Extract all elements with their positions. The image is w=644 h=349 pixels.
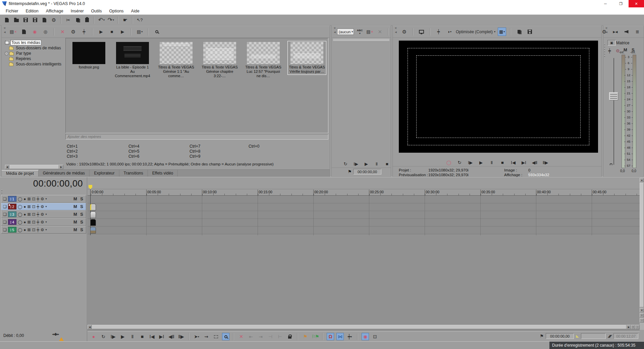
marker-lane[interactable] <box>88 177 640 189</box>
frame-back-button[interactable]: ◀Ⅱ <box>168 333 175 340</box>
track-motion-icon[interactable]: ◯ <box>18 205 22 209</box>
views-dropdown[interactable]: ▾ <box>141 30 143 33</box>
compositing-mode-icon[interactable]: ⊠ <box>27 228 31 232</box>
trimmer-pause-button[interactable]: Ⅱ <box>373 160 380 167</box>
extract-audio-cd-button[interactable]: ◎ <box>41 28 50 36</box>
clear-trimmer-button[interactable]: ✕ <box>376 28 384 36</box>
track-row-2[interactable] <box>88 203 640 211</box>
event-track-2-selected[interactable] <box>90 204 96 210</box>
media-item[interactable]: Titres & Texte VEGAS Génèse 1:1 "Au comm… <box>157 41 195 79</box>
track-mute-button[interactable]: M <box>73 219 78 225</box>
preview-go-start-button[interactable]: Ⅰ◀ <box>509 159 517 166</box>
track-mute-button[interactable]: M <box>73 204 78 209</box>
timeline-horizontal-scrollbar[interactable]: ◀ ▶ + − <box>88 325 640 329</box>
track-gear-dropdown[interactable]: ▾ <box>46 197 47 200</box>
start-preview-button[interactable]: ▶ <box>97 28 105 36</box>
collapse-panel-icon[interactable]: ◀ <box>334 31 335 33</box>
pause-button[interactable]: Ⅱ <box>129 333 136 340</box>
scroll-left-icon[interactable]: ◀ <box>88 325 92 329</box>
group-icon[interactable]: ❏ <box>3 197 7 201</box>
timeline-cursor-head[interactable] <box>89 185 92 189</box>
remove-markers-button[interactable]: ▤✕ <box>366 28 374 36</box>
ripple-dropdown[interactable]: ▾ <box>351 335 352 338</box>
auto-ripple-button[interactable]: ⋈ <box>336 333 344 340</box>
trim-start-button[interactable]: ⇤ <box>247 333 255 340</box>
track-number-badge[interactable]: 3 <box>8 211 16 217</box>
trimmer-play-button[interactable]: ▶ <box>363 160 370 167</box>
menu-fichier[interactable]: Fichier <box>2 9 22 13</box>
tree-item-reperes[interactable]: Repères <box>4 56 64 61</box>
trimmer-marker-bar[interactable] <box>333 39 389 42</box>
selection-tool-button[interactable] <box>212 333 220 340</box>
normal-edit-tool-button[interactable]: ➤▾ <box>193 333 200 340</box>
collapse-panel-icon[interactable]: ◀ <box>605 31 607 33</box>
tree-item-par-type[interactable]: + Par type <box>4 51 64 56</box>
clear-unused-media-button[interactable]: ▤✕ <box>9 28 17 36</box>
close-panel-icon[interactable]: ✕ <box>3 27 6 30</box>
zoom-out-time-icon[interactable]: − <box>635 325 640 329</box>
track-solo-button[interactable]: S <box>79 196 84 201</box>
expander-icon[interactable]: + <box>5 52 8 55</box>
master-fx-button[interactable]: ┿ <box>605 47 614 55</box>
interaction-tool-button[interactable]: ☛ <box>121 16 129 24</box>
preview-quality-combobox[interactable]: Optimisée (Complet) ▾ <box>456 28 495 36</box>
timeline-time-display[interactable]: 00:00:00,00 <box>33 179 83 189</box>
stop-preview-button[interactable]: ■ <box>108 28 116 36</box>
track-row-1[interactable] <box>88 196 640 203</box>
track-mute-button[interactable]: M <box>73 212 78 217</box>
preview-play-button[interactable]: ▶ <box>477 159 485 166</box>
preview-properties-button[interactable]: ⚙ <box>400 28 409 36</box>
menu-options[interactable]: Options <box>106 9 127 13</box>
track-composite-icon[interactable]: ⊡ <box>32 212 36 216</box>
trimmer-loop-button[interactable]: ↻ <box>342 160 349 167</box>
envelope-tool-button[interactable]: ⇝ <box>203 333 210 340</box>
open-project-button[interactable] <box>12 16 20 24</box>
zoom-tool-button[interactable] <box>222 333 229 340</box>
copy-button[interactable] <box>73 16 82 24</box>
track-fx-icon[interactable]: ┿ <box>37 205 39 209</box>
scroll-right-icon[interactable]: ▶ <box>627 325 631 329</box>
track-fx-icon[interactable]: ┿ <box>37 212 39 216</box>
group-icon[interactable]: ❏ <box>3 212 7 216</box>
menu-affichage[interactable]: Affichage <box>42 9 67 13</box>
track-motion-icon[interactable]: ◯ <box>18 228 22 232</box>
track-motion-icon[interactable]: ◯ <box>18 197 22 201</box>
trimmer-time-display[interactable]: 00:00:00,00 <box>353 169 381 174</box>
copy-snapshot-button[interactable] <box>515 28 523 36</box>
compositing-mode-icon[interactable]: ⊠ <box>27 197 31 201</box>
collapse-panel-icon[interactable]: ◀ <box>395 31 396 33</box>
track-gear-icon[interactable]: ⚙ <box>41 205 44 209</box>
stop-button[interactable]: ■ <box>139 333 146 340</box>
mixing-console-button[interactable]: ≣ <box>633 28 642 36</box>
close-panel-icon[interactable]: ✕ <box>394 27 397 30</box>
track-fx-bypass-icon[interactable]: ● <box>23 220 26 224</box>
zoom-out-track-icon[interactable]: − <box>640 318 644 322</box>
scroll-down-icon[interactable]: ▼ <box>640 308 644 312</box>
project-properties-button[interactable]: ⚙ <box>50 16 58 24</box>
rate-fader[interactable]: ◂◂▮▸▸ <box>52 332 59 336</box>
track-fx-icon[interactable]: ┿ <box>37 220 39 224</box>
media-item[interactable]: Titres & Texte VEGAS Génèse chapitre 3:2… <box>201 41 239 79</box>
video-fx-button[interactable]: ┿ <box>434 28 443 36</box>
collapse-panel-icon[interactable]: ◀ <box>4 31 5 33</box>
paste-button[interactable] <box>83 16 91 24</box>
track-mute-button[interactable]: M <box>73 227 78 232</box>
group-icon[interactable]: ❏ <box>3 205 7 209</box>
close-panel-icon[interactable]: ✕ <box>333 27 336 30</box>
save-project-button[interactable] <box>21 16 30 24</box>
close-panel-icon[interactable]: ✕ <box>605 27 608 30</box>
split-screen-dropdown[interactable]: ▾ <box>450 30 451 33</box>
compositing-mode-icon[interactable]: ⊠ <box>27 212 31 216</box>
tree-item-tous-les-medias[interactable]: Tous les médias <box>4 40 64 45</box>
grid-dropdown[interactable]: ▾ <box>503 30 505 33</box>
undo-button[interactable]: ↶▾ <box>97 16 106 24</box>
insert-region-button[interactable]: ⚐⚑ <box>311 333 319 340</box>
new-project-button[interactable] <box>3 16 11 24</box>
track-gear-icon[interactable]: ⚙ <box>41 220 44 224</box>
compositing-mode-icon[interactable]: ⊠ <box>27 205 31 209</box>
minimize-button[interactable]: ─ <box>598 0 613 7</box>
master-fader-track[interactable] <box>613 58 614 165</box>
maximize-button[interactable]: ❐ <box>613 0 629 7</box>
track-motion-icon[interactable]: ◯ <box>18 212 22 216</box>
media-item[interactable]: Titres & Texte VEGAS Luc 12:57 "Pourquoi… <box>244 41 282 79</box>
